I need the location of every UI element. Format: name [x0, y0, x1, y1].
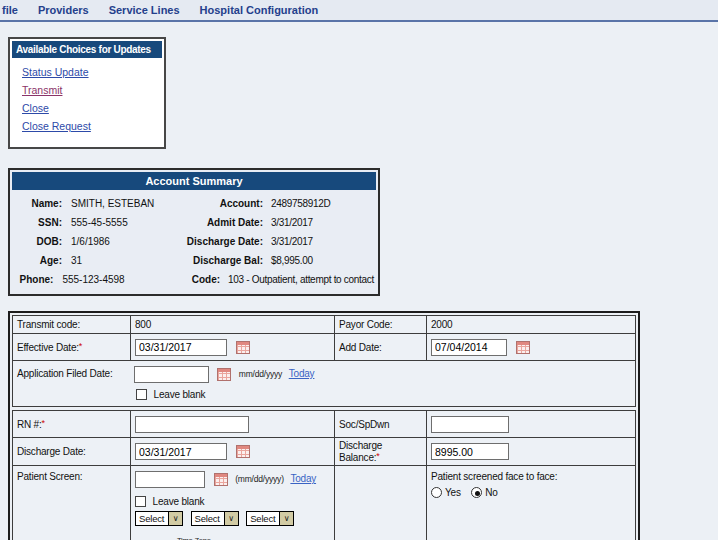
effective-date-row: Effective Date:* Add Date: [13, 334, 636, 361]
select-dropdown-1[interactable]: Select [135, 511, 183, 526]
patient-screen-date-line: (mm/dd/yyyy) Today [135, 471, 330, 488]
discharge-balance-input[interactable] [431, 443, 509, 460]
field-value: 555-45-5555 [71, 213, 175, 232]
add-date-label: Add Date: [339, 342, 382, 353]
date-format-hint: mm/dd/yyyy [239, 369, 282, 379]
radio-yes-label: Yes [445, 487, 461, 498]
transmit-code-label: Transmit code: [17, 319, 80, 330]
application-filed-date-input[interactable] [134, 366, 209, 383]
field-value: 2489758912D [271, 194, 374, 213]
required-asterisk: * [42, 418, 45, 428]
field-value: 31 [71, 251, 175, 270]
nav-item-file[interactable]: file [2, 4, 18, 16]
select-dropdown-2[interactable]: Select [191, 511, 239, 526]
patient-screen-input[interactable] [135, 471, 205, 488]
transmit-code-value: 800 [135, 319, 151, 330]
field-value: 103 - Outpatient, attempt to contact [228, 270, 374, 289]
patient-screen-label: Patient Screen: [17, 471, 82, 482]
account-summary-row: Age: 31 Discharge Bal: $8,995.00 [14, 251, 374, 270]
link-status-update[interactable]: Status Update [22, 67, 162, 78]
effective-date-label: Effective Date: [17, 342, 79, 353]
rn-number-label: RN #: [17, 419, 42, 430]
nav-item-service-lines[interactable]: Service Lines [109, 4, 180, 16]
field-label: Account: [175, 194, 263, 213]
add-date-input[interactable] [431, 339, 507, 356]
dropdown-arrow-icon [224, 512, 238, 525]
available-choices-links: Status Update Transmit Close Close Reque… [12, 58, 162, 145]
field-value: 3/31/2017 [271, 213, 374, 232]
field-label: Code: [148, 270, 220, 289]
soc-spdwn-input[interactable] [431, 416, 509, 433]
discharge-date-label: Discharge Date: [17, 446, 86, 457]
dropdown-arrow-icon [168, 512, 182, 525]
today-link[interactable]: Today [290, 473, 316, 484]
rn-number-row: RN #:* Soc/SpDwn [13, 411, 636, 438]
field-label: Discharge Bal: [175, 251, 263, 270]
select-value: Select [136, 512, 168, 525]
field-value: 1/6/1986 [71, 232, 175, 251]
field-label: SSN: [14, 213, 62, 232]
required-asterisk: * [376, 451, 379, 461]
calendar-icon[interactable] [236, 445, 250, 458]
patient-screen-row: Patient Screen: (mm/dd/yyyy) Today Leave… [13, 466, 636, 540]
account-summary-row: Name: SMITH, ESTEBAN Account: 2489758912… [14, 194, 374, 213]
radio-no[interactable] [471, 487, 482, 498]
account-summary-body: Name: SMITH, ESTEBAN Account: 2489758912… [12, 190, 376, 292]
account-summary-row: SSN: 555-45-5555 Admit Date: 3/31/2017 [14, 213, 374, 232]
calendar-icon[interactable] [516, 341, 530, 354]
discharge-date-row: Discharge Date: Discharge Balance:* [13, 438, 636, 466]
account-summary-title: Account Summary [12, 172, 376, 190]
available-choices-panel: Available Choices for Updates Status Upd… [8, 37, 166, 149]
application-filed-date-row: Application Filed Date: mm/dd/yyyy Today… [13, 361, 636, 407]
discharge-date-input[interactable] [135, 443, 227, 460]
field-label: Age: [14, 251, 62, 270]
today-link[interactable]: Today [289, 368, 315, 379]
effective-date-input[interactable] [135, 339, 227, 356]
field-value: 555-123-4598 [62, 270, 147, 289]
timezone-fieldset: Time Zone CST EST MST PST [137, 536, 255, 540]
required-asterisk: * [79, 341, 82, 351]
leave-blank-label: Leave blank [154, 389, 206, 400]
field-label: Admit Date: [175, 213, 263, 232]
nav-item-providers[interactable]: Providers [38, 4, 89, 16]
field-value: $8,995.00 [271, 251, 374, 270]
field-value: 3/31/2017 [271, 232, 374, 251]
dropdown-arrow-icon [279, 512, 293, 525]
field-label: Phone: [14, 270, 53, 289]
nav-item-hospital-configuration[interactable]: Hospital Configuration [200, 4, 319, 16]
face-to-face-radio-group: Yes No [431, 487, 631, 498]
calendar-icon[interactable] [236, 341, 250, 354]
top-nav: file Providers Service Lines Hospital Co… [0, 0, 718, 22]
account-summary-row: DOB: 1/6/1986 Discharge Date: 3/31/2017 [14, 232, 374, 251]
select-dropdown-3[interactable]: Select [246, 511, 294, 526]
field-value: SMITH, ESTEBAN [71, 194, 175, 213]
link-close[interactable]: Close [22, 103, 162, 114]
field-label: DOB: [14, 232, 62, 251]
payor-code-value: 2000 [431, 319, 452, 330]
form-table-top: Transmit code: 800 Payor Code: 2000 Effe… [12, 315, 636, 407]
select-value: Select [192, 512, 224, 525]
calendar-icon[interactable] [214, 473, 228, 486]
face-to-face-label: Patient screened face to face: [431, 471, 631, 482]
update-form-panel: Transmit code: 800 Payor Code: 2000 Effe… [8, 311, 640, 540]
leave-blank-checkbox[interactable] [136, 389, 147, 400]
timezone-legend: Time Zone [172, 536, 216, 540]
radio-yes[interactable] [431, 487, 442, 498]
radio-no-label: No [485, 487, 497, 498]
leave-blank-checkbox[interactable] [135, 496, 146, 507]
link-transmit[interactable]: Transmit [22, 85, 162, 96]
field-label: Name: [14, 194, 62, 213]
field-label: Discharge Date: [175, 232, 263, 251]
payor-code-label: Payor Code: [339, 319, 392, 330]
link-close-request[interactable]: Close Request [22, 121, 162, 132]
leave-blank-label: Leave blank [153, 496, 205, 507]
select-value: Select [247, 512, 279, 525]
soc-spdwn-label: Soc/SpDwn [339, 419, 389, 430]
rn-number-input[interactable] [135, 416, 249, 433]
calendar-icon[interactable] [217, 368, 231, 381]
available-choices-title: Available Choices for Updates [12, 41, 162, 58]
transmit-code-row: Transmit code: 800 Payor Code: 2000 [13, 316, 636, 334]
account-summary-row: Phone: 555-123-4598 Code: 103 - Outpatie… [14, 270, 374, 289]
account-summary-panel: Account Summary Name: SMITH, ESTEBAN Acc… [8, 168, 380, 296]
empty-cell [335, 466, 427, 540]
